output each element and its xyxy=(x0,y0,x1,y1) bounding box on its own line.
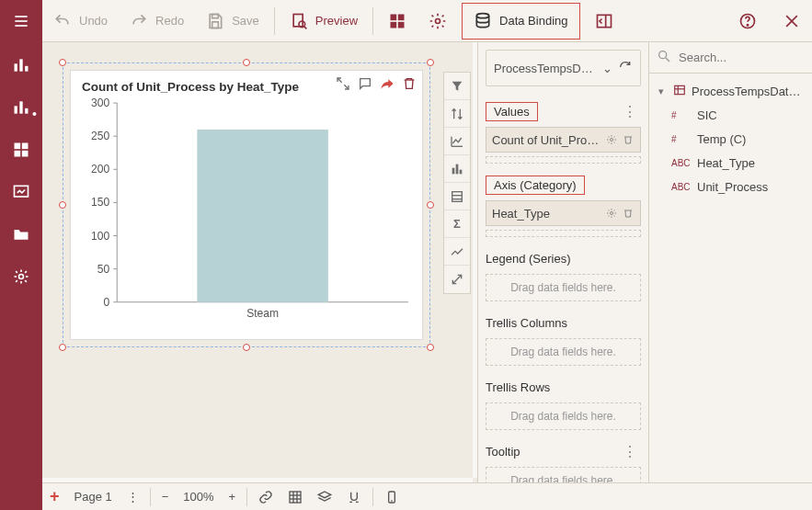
gear-icon[interactable] xyxy=(605,133,618,146)
settings-button[interactable] xyxy=(417,0,458,42)
sidebar-components[interactable] xyxy=(11,182,31,202)
chevron-down-icon[interactable]: ⌄ xyxy=(602,62,612,75)
svg-text:100: 100 xyxy=(91,230,109,243)
axis-item[interactable]: Heat_Type xyxy=(486,200,641,226)
grid-icon[interactable] xyxy=(280,483,310,511)
svg-rect-22 xyxy=(25,66,28,72)
scrollbar-horizontal[interactable] xyxy=(42,478,473,482)
tree-root-label: ProcessTempsDat… xyxy=(692,85,800,98)
design-canvas[interactable]: Count of Unit_Process by Heat_Type 05010… xyxy=(42,42,477,482)
expand-icon[interactable] xyxy=(336,76,350,91)
chart-card: Count of Unit_Process by Heat_Type 05010… xyxy=(70,70,423,340)
field-type-icon: # xyxy=(671,134,692,144)
zoom-out[interactable]: − xyxy=(154,483,177,511)
add-page-button[interactable]: + xyxy=(42,483,67,511)
svg-rect-3 xyxy=(212,14,219,17)
fullscreen-icon[interactable] xyxy=(444,266,470,293)
page-tab[interactable]: Page 1 xyxy=(67,483,120,511)
resize-handle[interactable] xyxy=(59,59,66,66)
binding-panel: ProcessTempsDataset ⌄ Values⋮ Count of U… xyxy=(477,42,648,482)
trash-icon[interactable] xyxy=(622,207,635,220)
chart-type-bar-icon[interactable] xyxy=(444,155,470,183)
tree-field[interactable]: ABCUnit_Process xyxy=(655,175,812,198)
zoom-level[interactable]: 100% xyxy=(176,483,221,511)
sidebar-chart[interactable] xyxy=(11,55,31,75)
trend-icon[interactable] xyxy=(444,238,470,266)
resize-handle[interactable] xyxy=(427,344,434,351)
sidebar-inspect[interactable] xyxy=(11,266,31,287)
mobile-icon[interactable] xyxy=(377,483,406,511)
preview-button[interactable]: Preview xyxy=(279,0,369,42)
chart-side-toolbar: Σ xyxy=(443,72,471,294)
chart-selection[interactable]: Count of Unit_Process by Heat_Type 05010… xyxy=(63,62,430,347)
sidebar-chart-alt[interactable]: • xyxy=(11,97,31,118)
collapse-icon[interactable]: ▾ xyxy=(655,85,668,97)
svg-rect-8 xyxy=(391,14,397,20)
tree-root[interactable]: ▾ ProcessTempsDat… xyxy=(655,79,812,103)
values-item[interactable]: Count of Unit_Proc… xyxy=(486,127,641,153)
field-name: Temp (C) xyxy=(697,132,746,146)
svg-rect-58 xyxy=(197,130,328,302)
snap-icon[interactable] xyxy=(339,483,369,511)
refresh-icon[interactable] xyxy=(618,60,633,77)
panel-toggle-button[interactable] xyxy=(584,0,624,42)
filter-icon[interactable] xyxy=(444,73,470,100)
tree-field[interactable]: ABCHeat_Type xyxy=(655,151,812,175)
tree-field[interactable]: #Temp (C) xyxy=(655,127,812,151)
panel-right-icon xyxy=(595,12,613,30)
comment-icon[interactable] xyxy=(358,76,372,91)
values-dropzone[interactable] xyxy=(486,156,641,164)
trellis-cols-dropzone[interactable]: Drag data fields here. xyxy=(486,338,641,366)
svg-rect-24 xyxy=(19,101,22,113)
gear-icon[interactable] xyxy=(605,207,618,220)
trash-icon[interactable] xyxy=(622,133,635,146)
help-button[interactable] xyxy=(727,0,768,42)
resize-handle[interactable] xyxy=(243,344,250,351)
layers-icon[interactable] xyxy=(310,483,339,511)
svg-point-17 xyxy=(747,24,748,25)
svg-text:50: 50 xyxy=(97,263,110,276)
page-menu[interactable]: ⋮ xyxy=(120,483,146,511)
svg-rect-21 xyxy=(19,59,22,71)
sidebar-folder[interactable] xyxy=(11,224,31,244)
zoom-in[interactable]: + xyxy=(222,483,244,511)
hamburger-menu[interactable] xyxy=(0,0,42,42)
values-title: Values xyxy=(486,102,538,121)
svg-line-66 xyxy=(452,275,461,283)
chart-type-line-icon[interactable] xyxy=(444,128,470,155)
save-button[interactable]: Save xyxy=(195,0,270,42)
svg-rect-27 xyxy=(22,143,29,150)
link-icon[interactable] xyxy=(251,483,280,511)
more-icon[interactable]: ⋮ xyxy=(619,443,641,460)
legend-dropzone[interactable]: Drag data fields here. xyxy=(486,274,641,301)
resize-handle[interactable] xyxy=(59,201,66,209)
resize-handle[interactable] xyxy=(59,344,66,351)
resize-handle[interactable] xyxy=(427,59,434,66)
delete-icon[interactable] xyxy=(402,76,417,91)
data-binding-button[interactable]: Data Binding xyxy=(462,3,579,40)
sort-icon[interactable] xyxy=(444,100,470,128)
chart-type-table-icon[interactable] xyxy=(444,183,470,210)
search-input[interactable] xyxy=(677,50,812,65)
close-button[interactable] xyxy=(772,0,812,42)
resize-handle[interactable] xyxy=(427,201,434,209)
dashboard-toggle[interactable] xyxy=(377,0,417,42)
share-icon[interactable] xyxy=(380,76,395,91)
more-icon[interactable]: ⋮ xyxy=(619,103,641,120)
undo-button[interactable]: Undo xyxy=(42,0,119,42)
tree-field[interactable]: #SIC xyxy=(655,103,812,127)
tooltip-dropzone[interactable]: Drag data fields here. xyxy=(486,467,641,482)
trellis-rows-dropzone[interactable]: Drag data fields here. xyxy=(486,402,641,430)
scrollbar-vertical[interactable] xyxy=(473,42,477,478)
sidebar-containers[interactable] xyxy=(11,140,31,160)
resize-handle[interactable] xyxy=(243,59,250,66)
dataset-selector[interactable]: ProcessTempsDataset xyxy=(494,62,597,75)
svg-line-7 xyxy=(304,26,307,28)
bottom-toolbar: + Page 1 ⋮ − 100% + xyxy=(0,482,812,510)
axis-dropzone[interactable] xyxy=(486,230,641,237)
aggregate-icon[interactable]: Σ xyxy=(444,210,470,238)
undo-icon xyxy=(53,12,72,30)
field-type-icon: ABC xyxy=(671,158,692,168)
redo-button[interactable]: Redo xyxy=(119,0,195,42)
axis-item-label: Heat_Type xyxy=(492,207,601,221)
